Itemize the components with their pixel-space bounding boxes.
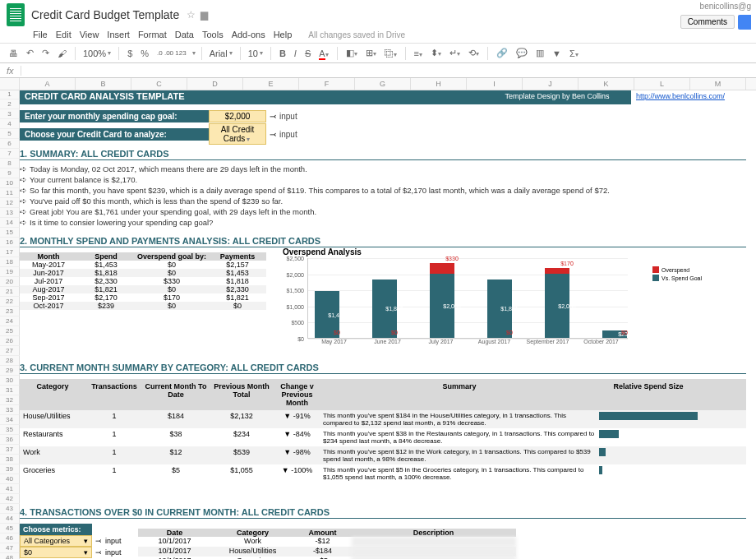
v-align-icon[interactable]: ⬍▾	[428, 46, 444, 60]
chart-legend: Overspend Vs. Spend Goal	[652, 266, 702, 283]
category-table: CategoryTransactions Current Month To Da…	[20, 379, 746, 483]
card-select-row: Choose your Credit Card to analyze: All …	[20, 127, 746, 141]
arrow-left-icon: ⤙	[95, 548, 102, 557]
font-size-dropdown[interactable]: 10▾	[247, 48, 265, 59]
section-4-header: 4. TRANSACTIONS OVER $0 IN CURRENT MONTH…	[20, 507, 746, 519]
italic-icon[interactable]: I	[292, 47, 299, 60]
metrics-header: Choose metrics:	[20, 524, 92, 535]
menu-help[interactable]: Help	[274, 30, 293, 39]
fx-icon: fx	[0, 66, 21, 76]
borders-icon[interactable]: ⊞▾	[363, 46, 379, 60]
page-title: CREDIT CARD ANALYSIS TEMPLATE	[20, 90, 483, 104]
text-rotation-icon[interactable]: ⟲▾	[466, 46, 482, 60]
title-band: CREDIT CARD ANALYSIS TEMPLATE Template D…	[20, 90, 746, 104]
filter-icon[interactable]: ▼	[550, 47, 564, 60]
formula-bar: fx	[0, 63, 756, 78]
insert-link-icon[interactable]: 🔗	[494, 46, 510, 60]
insert-comment-icon[interactable]: 💬	[514, 46, 530, 60]
card-select-dropdown[interactable]: All Credit Cards▾	[209, 123, 266, 145]
format-number-icon[interactable]: .0 .00 123	[154, 48, 189, 58]
menu-view[interactable]: View	[80, 30, 99, 39]
menu-bar: File Edit View Insert Format Data Tools …	[0, 30, 756, 43]
menu-file[interactable]: File	[33, 30, 48, 39]
star-icon[interactable]: ☆	[187, 9, 196, 21]
insert-chart-icon[interactable]: ▥	[533, 46, 546, 60]
transactions-table: DateCategory AmountDescription 10/1/2017…	[138, 529, 516, 559]
summary-lines: ➪Today is Monday, 02 Oct 2017, which mea…	[20, 164, 746, 228]
menu-format[interactable]: Format	[138, 30, 167, 39]
menu-data[interactable]: Data	[175, 30, 194, 39]
monthly-spend-table: MonthSpend Overspend goal by:Payments Ma…	[20, 252, 266, 310]
metrics-box: Choose metrics: All Categories▾ ⤙ input …	[20, 524, 122, 559]
toolbar: 🖶 ↶ ↷ 🖌 100%▾ $ % .0 .00 123 ▾ Arial▾ 10…	[0, 43, 756, 63]
chart-title: Overspend Analysis	[283, 247, 702, 256]
spending-cap-row: Enter your monthly spending cap goal: $2…	[20, 109, 746, 122]
menu-addons[interactable]: Add-ons	[232, 30, 265, 39]
column-headers: ABC DEF GHI JKL M	[0, 78, 756, 90]
formula-input[interactable]	[21, 66, 756, 75]
title-bar: Credit Card Budget Template ☆ ▆	[0, 0, 756, 30]
print-icon[interactable]: 🖶	[7, 47, 21, 60]
zoom-dropdown[interactable]: 100%▾	[81, 48, 113, 59]
document-title[interactable]: Credit Card Budget Template	[31, 8, 179, 21]
row-headers: 1234567891011121314151617181920212223242…	[0, 90, 20, 559]
undo-icon[interactable]: ↶	[24, 46, 36, 60]
spending-cap-label: Enter your monthly spending cap goal:	[20, 110, 209, 122]
author-link[interactable]: http://www.benlcollins.com/	[636, 92, 725, 100]
arrow-left-icon: ⤙	[270, 130, 276, 139]
sheets-logo-icon[interactable]	[7, 3, 25, 26]
strikethrough-icon[interactable]: S	[302, 47, 313, 60]
format-currency-icon[interactable]: $	[125, 47, 135, 60]
metrics-category-dropdown[interactable]: All Categories▾	[20, 535, 92, 547]
design-credit: Template Design by Ben Collins	[483, 90, 631, 104]
h-align-icon[interactable]: ≡▾	[412, 47, 425, 60]
card-select-hint: input	[279, 130, 297, 139]
fill-color-icon[interactable]: ◧▾	[343, 46, 360, 60]
spending-cap-hint: input	[279, 112, 297, 121]
comments-button[interactable]: Comments	[680, 15, 735, 29]
text-wrap-icon[interactable]: ↵▾	[447, 46, 463, 60]
redo-icon[interactable]: ↷	[39, 46, 52, 60]
merge-cells-icon[interactable]: ⿻▾	[382, 47, 399, 60]
section-2-header: 2. MONTHLY SPEND AND PAYMENTS ANALYSIS: …	[20, 236, 746, 247]
arrow-left-icon: ⤙	[270, 112, 276, 121]
menu-tools[interactable]: Tools	[202, 30, 224, 39]
section-1-header: 1. SUMMARY: ALL CREDIT CARDS	[20, 149, 746, 160]
overspend-chart: Overspend Analysis $0$500$1,000$1,500$2,…	[283, 247, 702, 354]
functions-icon[interactable]: Σ▾	[567, 47, 581, 60]
share-button[interactable]	[738, 15, 751, 30]
text-color-icon[interactable]: A▾	[316, 47, 330, 60]
menu-edit[interactable]: Edit	[56, 30, 71, 39]
spreadsheet-grid[interactable]: ABC DEF GHI JKL M 1234567891011121314151…	[0, 78, 756, 559]
menu-insert[interactable]: Insert	[107, 30, 130, 39]
spending-cap-input[interactable]: $2,000	[209, 110, 266, 122]
card-select-label: Choose your Credit Card to analyze:	[20, 128, 209, 141]
paint-format-icon[interactable]: 🖌	[55, 47, 69, 60]
bold-icon[interactable]: B	[277, 47, 288, 60]
section-3-header: 3. CURRENT MONTH SUMMARY BY CATEGORY: AL…	[20, 363, 746, 374]
folder-icon[interactable]: ▆	[201, 9, 208, 21]
font-dropdown[interactable]: Arial▾	[208, 48, 234, 59]
metrics-amount-dropdown[interactable]: $0▾	[20, 547, 92, 558]
format-percent-icon[interactable]: %	[138, 47, 151, 60]
arrow-left-icon: ⤙	[95, 537, 102, 545]
save-status: All changes saved in Drive	[308, 30, 405, 39]
account-label[interactable]: benicollins@g	[700, 2, 751, 11]
